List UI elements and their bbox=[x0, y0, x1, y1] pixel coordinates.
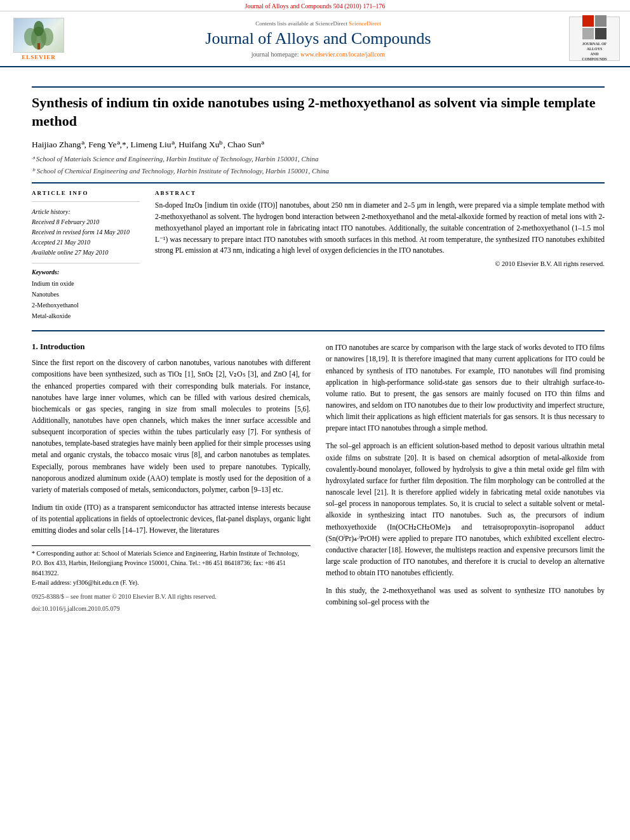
article-history: Article history: Received 8 February 201… bbox=[32, 207, 140, 258]
abstract-text: Sn-doped In₂O₃ [indium tin oxide (ITO)] … bbox=[155, 200, 605, 257]
logo-box-br bbox=[595, 28, 607, 39]
article-info-abstract: ARTICLE INFO Article history: Received 8… bbox=[32, 190, 605, 321]
keyword-4: Metal-alkoxide bbox=[32, 310, 140, 321]
keyword-2: Nanotubes bbox=[32, 289, 140, 300]
paper-body: Synthesis of indium tin oxide nanotubes … bbox=[0, 67, 630, 627]
svg-point-4 bbox=[34, 21, 44, 36]
intro-para2: Indium tin oxide (ITO) as a transparent … bbox=[32, 502, 311, 536]
logo-box-bl bbox=[582, 28, 594, 39]
svg-rect-3 bbox=[37, 43, 40, 50]
right-para2: The sol–gel approach is an efficient sol… bbox=[326, 440, 605, 578]
journal-homepage: journal homepage: www.elsevier.com/locat… bbox=[67, 51, 569, 58]
elsevier-label: ELSEVIER bbox=[22, 54, 56, 60]
keyword-3: 2-Methoxyethanol bbox=[32, 300, 140, 310]
article-info-col: ARTICLE INFO Article history: Received 8… bbox=[32, 190, 140, 321]
sciencedirect-link[interactable]: ScienceDirect bbox=[349, 20, 380, 27]
affiliation-a: ᵃ School of Materials Science and Engine… bbox=[32, 154, 605, 164]
info-divider bbox=[32, 201, 140, 202]
footnote-email: E-mail address: yf306@hit.edu.cn (F. Ye)… bbox=[32, 578, 311, 588]
logo-box-tr bbox=[595, 15, 607, 27]
abstract-col: ABSTRACT Sn-doped In₂O₃ [indium tin oxid… bbox=[155, 190, 605, 321]
bottom-note-issn: 0925-8388/$ – see front matter © 2010 El… bbox=[32, 593, 311, 600]
sciencedirect-line: Contents lists available at ScienceDirec… bbox=[67, 20, 569, 27]
elsevier-logo: ELSEVIER bbox=[10, 18, 67, 60]
logo-box-tl bbox=[582, 15, 594, 27]
available-date: Available online 27 May 2010 bbox=[32, 249, 109, 256]
affiliation-b: ᵇ School of Chemical Engineering and Tec… bbox=[32, 166, 605, 177]
paper-title: Synthesis of indium tin oxide nanotubes … bbox=[32, 94, 605, 130]
article-info-heading: ARTICLE INFO bbox=[32, 190, 140, 196]
elsevier-tree-logo bbox=[13, 18, 64, 53]
right-para1: on ITO nanotubes are scarce by compariso… bbox=[326, 342, 605, 434]
history-label: Article history: bbox=[32, 208, 70, 215]
keywords-divider bbox=[32, 263, 140, 263]
journal-citation: Journal of Alloys and Compounds 504 (201… bbox=[245, 3, 385, 10]
journal-center: Contents lists available at ScienceDirec… bbox=[67, 20, 569, 58]
divider-before-intro bbox=[32, 330, 605, 331]
right-para3: In this study, the 2-methoxyethanol was … bbox=[326, 585, 605, 608]
keyword-1: Indium tin oxide bbox=[32, 278, 140, 289]
logo-boxes bbox=[582, 15, 607, 39]
abstract-heading: ABSTRACT bbox=[155, 190, 605, 196]
intro-para1: Since the first report on the discovery … bbox=[32, 357, 311, 495]
revised-date: Received in revised form 14 May 2010 bbox=[32, 229, 130, 236]
left-col: 1. Introduction Since the first report o… bbox=[32, 342, 311, 614]
keywords-section: Keywords: Indium tin oxide Nanotubes 2-M… bbox=[32, 269, 140, 321]
accepted-date: Accepted 21 May 2010 bbox=[32, 239, 90, 246]
journal-header: ELSEVIER Contents lists available at Sci… bbox=[0, 11, 630, 67]
journal-banner: Journal of Alloys and Compounds 504 (201… bbox=[0, 0, 630, 11]
received-date: Received 8 February 2010 bbox=[32, 218, 99, 225]
journal-title: Journal of Alloys and Compounds bbox=[67, 29, 569, 48]
logo-right-text: JOURNAL OFALLOYSANDCOMPOUNDS bbox=[582, 42, 607, 62]
footnote: * Corresponding author at: School of Mat… bbox=[32, 545, 311, 588]
right-col: on ITO nanotubes are scarce by compariso… bbox=[326, 342, 605, 614]
journal-logo-right: JOURNAL OFALLOYSANDCOMPOUNDS bbox=[569, 17, 620, 61]
homepage-url[interactable]: www.elsevier.com/locate/jallcom bbox=[300, 51, 385, 58]
divider-top bbox=[32, 86, 605, 88]
main-content: 1. Introduction Since the first report o… bbox=[32, 342, 605, 614]
copyright: © 2010 Elsevier B.V. All rights reserved… bbox=[155, 260, 605, 267]
keywords-label: Keywords: bbox=[32, 269, 140, 276]
bottom-note-doi: doi:10.1016/j.jallcom.2010.05.079 bbox=[32, 605, 311, 612]
authors: Haijiao Zhangᵃ, Feng Yeᵃ,*, Limeng Liuᵃ,… bbox=[32, 139, 605, 150]
footnote-star: * Corresponding author at: School of Mat… bbox=[32, 549, 311, 578]
divider-after-affiliations bbox=[32, 182, 605, 183]
intro-heading: 1. Introduction bbox=[32, 342, 311, 352]
